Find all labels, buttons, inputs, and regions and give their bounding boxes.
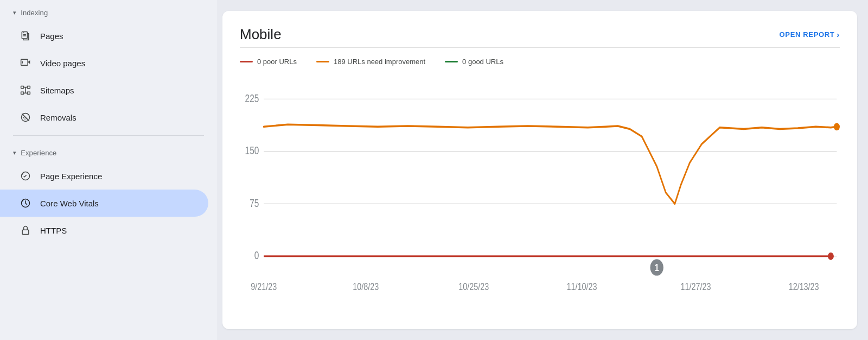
open-report-link[interactable]: OPEN REPORT › (780, 30, 840, 39)
https-icon (20, 224, 31, 236)
chart-area: 225 150 75 0 1 9/21/ (240, 77, 840, 316)
legend-good: 0 good URLs (445, 58, 503, 66)
svg-text:10/25/23: 10/25/23 (458, 281, 489, 292)
svg-text:225: 225 (245, 92, 259, 104)
video-icon (20, 57, 31, 69)
svg-rect-9 (27, 92, 30, 94)
sidebar-item-video-pages[interactable]: Video pages (0, 49, 208, 77)
sidebar-item-removals[interactable]: Removals (0, 104, 208, 131)
video-pages-label: Video pages (40, 59, 85, 68)
svg-rect-7 (21, 92, 24, 94)
svg-point-28 (828, 253, 834, 260)
chevron-down-icon: ▾ (13, 9, 16, 16)
sitemaps-icon (20, 84, 31, 96)
sidebar-item-page-experience[interactable]: Page Experience (0, 162, 208, 190)
svg-text:150: 150 (245, 145, 259, 157)
indexing-section-header[interactable]: ▾ Indexing (0, 0, 217, 22)
svg-rect-8 (27, 86, 30, 89)
sidebar: ▾ Indexing Pages Video pages (0, 0, 217, 340)
sidebar-item-core-web-vitals[interactable]: Core Web Vitals (0, 190, 208, 217)
page-experience-icon (20, 170, 31, 182)
https-label: HTTPS (40, 226, 67, 235)
core-web-vitals-icon (20, 197, 31, 209)
sitemaps-label: Sitemaps (40, 86, 74, 95)
legend-poor: 0 poor URLs (240, 58, 297, 66)
chart-legend: 0 poor URLs 189 URLs need improvement 0 … (240, 58, 840, 66)
pages-icon (20, 30, 31, 42)
sidebar-item-https[interactable]: HTTPS (0, 217, 208, 244)
legend-good-label: 0 good URLs (462, 58, 503, 66)
svg-text:0: 0 (254, 250, 259, 262)
svg-text:12/13/23: 12/13/23 (789, 281, 819, 292)
indexing-section-label: Indexing (21, 9, 48, 17)
main-content: Mobile OPEN REPORT › 0 poor URLs 189 URL… (217, 0, 868, 340)
svg-text:11/27/23: 11/27/23 (681, 281, 711, 292)
card-header: Mobile OPEN REPORT › (240, 26, 840, 43)
experience-section-header[interactable]: ▾ Experience (0, 140, 217, 162)
removals-label: Removals (40, 113, 76, 122)
chevron-down-icon-2: ▾ (13, 149, 16, 156)
section-divider (13, 135, 204, 136)
svg-rect-0 (22, 32, 27, 39)
pages-label: Pages (40, 32, 63, 41)
chevron-right-icon: › (837, 30, 840, 39)
svg-line-14 (22, 114, 29, 121)
svg-point-26 (834, 123, 840, 130)
removals-icon (20, 111, 31, 123)
core-web-vitals-label: Core Web Vitals (40, 199, 99, 208)
svg-rect-6 (21, 86, 24, 89)
legend-poor-label: 0 poor URLs (257, 58, 297, 66)
legend-good-line (445, 61, 458, 62)
card-title: Mobile (240, 26, 282, 43)
svg-rect-17 (22, 230, 29, 234)
svg-text:9/21/23: 9/21/23 (251, 281, 277, 292)
svg-text:11/10/23: 11/10/23 (566, 281, 597, 292)
page-experience-label: Page Experience (40, 172, 102, 181)
legend-needs-improvement: 189 URLs need improvement (316, 58, 425, 66)
legend-poor-line (240, 61, 253, 62)
legend-needs-improvement-label: 189 URLs need improvement (334, 58, 425, 66)
experience-section-label: Experience (21, 149, 56, 157)
svg-text:75: 75 (250, 197, 259, 209)
chart-svg: 225 150 75 0 1 9/21/ (240, 77, 840, 316)
legend-needs-improvement-line (316, 61, 329, 62)
mobile-card: Mobile OPEN REPORT › 0 poor URLs 189 URL… (222, 11, 857, 329)
sidebar-item-sitemaps[interactable]: Sitemaps (0, 77, 208, 104)
svg-text:10/8/23: 10/8/23 (353, 281, 379, 292)
card-divider (240, 47, 840, 48)
svg-text:1: 1 (655, 262, 659, 273)
sidebar-item-pages[interactable]: Pages (0, 22, 208, 49)
open-report-label: OPEN REPORT (780, 30, 835, 39)
